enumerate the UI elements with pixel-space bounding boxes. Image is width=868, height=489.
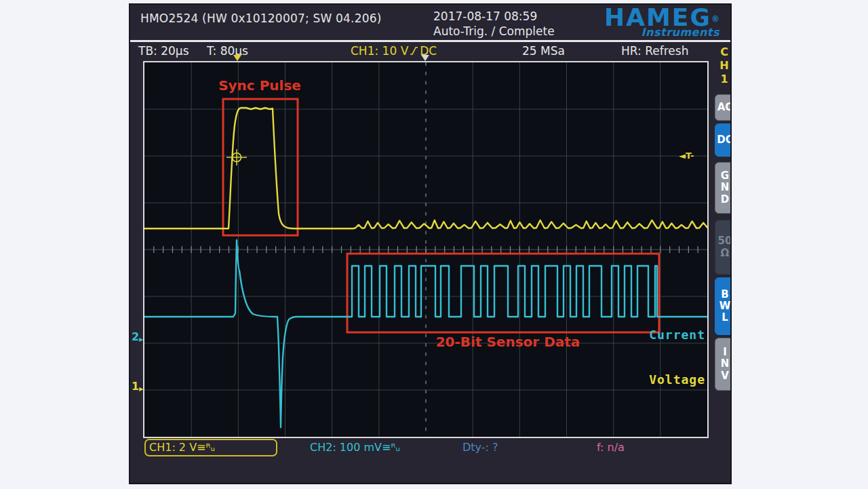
sample-rate-readout: 25 MSa [522,44,565,58]
rising-edge-icon [410,45,418,56]
graticule-area: Sync Pulse 20-Bit Sensor Data Current Vo… [143,61,709,438]
trigger-time-marker-icon [233,55,241,61]
ch2-position-marker: 2▸ [132,332,143,343]
trigger-level-marker: ◄T- [679,151,694,161]
oscilloscope-screen: HMO2524 (HW 0x10120007; SW 04.206) 2017-… [129,3,732,484]
sidebar-button-ac[interactable]: AC [715,94,732,121]
duty-cycle-readout: Dty-: ? [462,441,498,454]
annotation-box [223,99,298,235]
timebase-readout: TB: 20µs [138,44,189,58]
header-separator [130,40,730,42]
trigger-position-marker-icon [421,55,429,61]
screenshot-page: HMO2524 (HW 0x10120007; SW 04.206) 2017-… [0,0,868,489]
registered-mark: ® [711,14,719,24]
sidebar-button-inv[interactable]: INV [715,338,732,391]
sidebar-channel-title: CH1 [715,45,732,86]
trigger-time-readout: T: 80µs [207,44,248,58]
sensor-data-annotation: 20-Bit Sensor Data [436,334,580,350]
sidebar-button-dc[interactable]: DC [715,123,732,157]
sidebar-button-fifty-ohm[interactable]: 50Ω [715,220,732,275]
sync-pulse-annotation: Sync Pulse [218,77,301,94]
ch2-scale-readout[interactable]: CH2: 100 mV≅ᴿᵤ [310,441,400,454]
current-trace-label: Current [649,328,705,342]
voltage-trace-label: Voltage [649,372,705,387]
waveform-svg [144,62,707,437]
ch2-trace [144,240,707,427]
ch1-scale-readout[interactable]: CH1: 2 V≅ᴿᵤ [144,439,277,456]
hameg-logo: HAMEG® Instruments [604,6,719,39]
sidebar-button-bwl[interactable]: BWL [715,277,732,335]
sidebar-button-gnd[interactable]: GND [715,162,732,214]
device-model-label: HMO2524 (HW 0x10120007; SW 04.206) [140,12,382,25]
datetime-label: 2017-08-17 08:59 [433,9,537,23]
trigger-status-label: Auto-Trig. / Complete [433,24,555,38]
frequency-readout: f: n/a [597,441,625,454]
ch1-position-marker: 1▸ [132,381,143,393]
acquisition-mode-readout: HR: Refresh [621,44,688,58]
